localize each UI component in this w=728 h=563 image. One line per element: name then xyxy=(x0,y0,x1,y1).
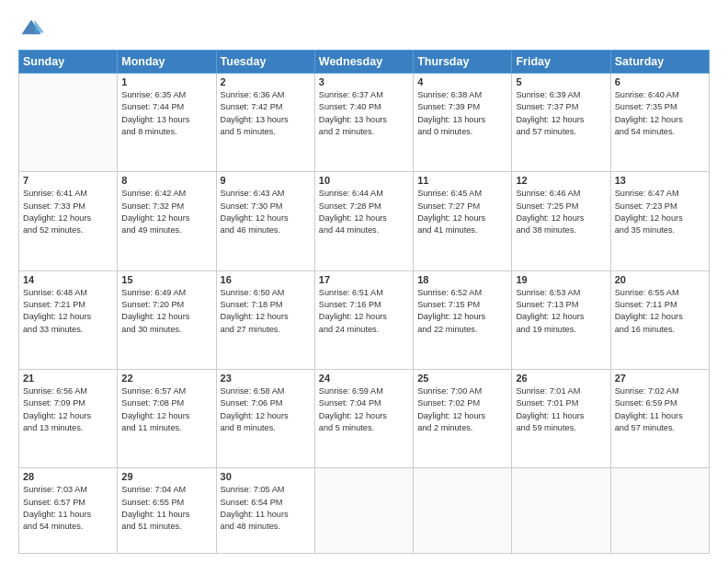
day-number: 7 xyxy=(23,175,113,186)
calendar-day-cell: 25Sunrise: 7:00 AMSunset: 7:02 PMDayligh… xyxy=(414,369,512,467)
calendar-day-cell: 26Sunrise: 7:01 AMSunset: 7:01 PMDayligh… xyxy=(512,369,610,467)
calendar-day-cell: 27Sunrise: 7:02 AMSunset: 6:59 PMDayligh… xyxy=(610,369,709,467)
calendar-day-cell: 30Sunrise: 7:05 AMSunset: 6:54 PMDayligh… xyxy=(216,468,314,554)
day-number: 5 xyxy=(516,76,606,87)
day-info: Sunrise: 7:00 AMSunset: 7:02 PMDaylight:… xyxy=(417,385,507,434)
day-number: 30 xyxy=(221,471,311,482)
day-info: Sunrise: 7:04 AMSunset: 6:55 PMDaylight:… xyxy=(121,484,211,533)
calendar-day-cell: 7Sunrise: 6:41 AMSunset: 7:33 PMDaylight… xyxy=(19,172,118,270)
day-info: Sunrise: 6:37 AMSunset: 7:40 PMDaylight:… xyxy=(319,89,409,138)
calendar-day-cell: 17Sunrise: 6:51 AMSunset: 7:16 PMDayligh… xyxy=(314,270,413,369)
calendar-day-cell: 4Sunrise: 6:38 AMSunset: 7:39 PMDaylight… xyxy=(414,74,512,172)
calendar-day-cell: 18Sunrise: 6:52 AMSunset: 7:15 PMDayligh… xyxy=(414,270,512,369)
day-number: 13 xyxy=(615,175,705,186)
calendar-day-cell: 21Sunrise: 6:56 AMSunset: 7:09 PMDayligh… xyxy=(19,369,118,467)
day-number: 11 xyxy=(417,175,507,186)
day-info: Sunrise: 7:03 AMSunset: 6:57 PMDaylight:… xyxy=(23,484,113,533)
day-number: 22 xyxy=(121,373,211,384)
day-info: Sunrise: 6:51 AMSunset: 7:16 PMDaylight:… xyxy=(319,287,409,336)
calendar-day-cell: 23Sunrise: 6:58 AMSunset: 7:06 PMDayligh… xyxy=(216,369,314,467)
calendar-header-monday: Monday xyxy=(118,51,216,74)
day-info: Sunrise: 6:48 AMSunset: 7:21 PMDaylight:… xyxy=(23,287,113,336)
calendar-day-cell: 2Sunrise: 6:36 AMSunset: 7:42 PMDaylight… xyxy=(216,74,314,172)
calendar-day-cell: 20Sunrise: 6:55 AMSunset: 7:11 PMDayligh… xyxy=(610,270,709,369)
calendar-day-cell xyxy=(314,468,413,554)
day-info: Sunrise: 6:52 AMSunset: 7:15 PMDaylight:… xyxy=(417,287,507,336)
calendar-header-friday: Friday xyxy=(512,51,610,74)
day-info: Sunrise: 6:47 AMSunset: 7:23 PMDaylight:… xyxy=(615,188,705,236)
calendar-day-cell xyxy=(610,468,709,554)
calendar-header-saturday: Saturday xyxy=(610,51,709,74)
day-number: 15 xyxy=(121,274,211,285)
day-info: Sunrise: 6:38 AMSunset: 7:39 PMDaylight:… xyxy=(417,89,507,138)
calendar-header-sunday: Sunday xyxy=(19,51,118,74)
day-number: 2 xyxy=(221,76,311,87)
day-info: Sunrise: 6:58 AMSunset: 7:06 PMDaylight:… xyxy=(221,385,311,434)
calendar-week-row: 14Sunrise: 6:48 AMSunset: 7:21 PMDayligh… xyxy=(19,270,710,369)
day-number: 8 xyxy=(121,175,211,186)
day-info: Sunrise: 6:40 AMSunset: 7:35 PMDaylight:… xyxy=(615,89,705,138)
calendar-header-thursday: Thursday xyxy=(414,51,512,74)
calendar-day-cell: 6Sunrise: 6:40 AMSunset: 7:35 PMDaylight… xyxy=(610,74,709,172)
day-number: 6 xyxy=(615,76,705,87)
calendar-week-row: 21Sunrise: 6:56 AMSunset: 7:09 PMDayligh… xyxy=(19,369,710,467)
calendar-day-cell: 16Sunrise: 6:50 AMSunset: 7:18 PMDayligh… xyxy=(216,270,314,369)
day-number: 19 xyxy=(516,274,606,285)
day-info: Sunrise: 6:39 AMSunset: 7:37 PMDaylight:… xyxy=(516,89,606,138)
calendar-header-row: SundayMondayTuesdayWednesdayThursdayFrid… xyxy=(19,51,710,74)
day-number: 24 xyxy=(319,373,409,384)
day-number: 4 xyxy=(417,76,507,87)
day-info: Sunrise: 6:56 AMSunset: 7:09 PMDaylight:… xyxy=(23,385,113,434)
calendar-day-cell xyxy=(512,468,610,554)
day-info: Sunrise: 6:43 AMSunset: 7:30 PMDaylight:… xyxy=(221,188,311,236)
day-number: 10 xyxy=(319,175,409,186)
header xyxy=(18,17,710,42)
day-info: Sunrise: 6:50 AMSunset: 7:18 PMDaylight:… xyxy=(221,287,311,336)
day-number: 20 xyxy=(615,274,705,285)
calendar-header-tuesday: Tuesday xyxy=(216,51,314,74)
calendar-table: SundayMondayTuesdayWednesdayThursdayFrid… xyxy=(18,50,710,554)
calendar-day-cell xyxy=(414,468,512,554)
calendar-day-cell: 12Sunrise: 6:46 AMSunset: 7:25 PMDayligh… xyxy=(512,172,610,270)
logo-icon xyxy=(18,17,44,42)
day-number: 1 xyxy=(121,76,211,87)
day-number: 14 xyxy=(23,274,113,285)
calendar-day-cell: 14Sunrise: 6:48 AMSunset: 7:21 PMDayligh… xyxy=(19,270,118,369)
calendar-week-row: 28Sunrise: 7:03 AMSunset: 6:57 PMDayligh… xyxy=(19,468,710,554)
page: SundayMondayTuesdayWednesdayThursdayFrid… xyxy=(0,0,728,563)
calendar-day-cell: 19Sunrise: 6:53 AMSunset: 7:13 PMDayligh… xyxy=(512,270,610,369)
day-info: Sunrise: 6:55 AMSunset: 7:11 PMDaylight:… xyxy=(615,287,705,336)
calendar-day-cell: 3Sunrise: 6:37 AMSunset: 7:40 PMDaylight… xyxy=(314,74,413,172)
calendar-day-cell: 15Sunrise: 6:49 AMSunset: 7:20 PMDayligh… xyxy=(118,270,216,369)
day-number: 29 xyxy=(121,471,211,482)
logo xyxy=(18,17,48,42)
day-number: 25 xyxy=(417,373,507,384)
calendar-day-cell: 24Sunrise: 6:59 AMSunset: 7:04 PMDayligh… xyxy=(314,369,413,467)
day-number: 12 xyxy=(516,175,606,186)
calendar-day-cell: 5Sunrise: 6:39 AMSunset: 7:37 PMDaylight… xyxy=(512,74,610,172)
day-number: 23 xyxy=(221,373,311,384)
day-number: 9 xyxy=(221,175,311,186)
day-number: 26 xyxy=(516,373,606,384)
calendar-week-row: 1Sunrise: 6:35 AMSunset: 7:44 PMDaylight… xyxy=(19,74,710,172)
day-info: Sunrise: 7:02 AMSunset: 6:59 PMDaylight:… xyxy=(615,385,705,434)
calendar-day-cell: 10Sunrise: 6:44 AMSunset: 7:28 PMDayligh… xyxy=(314,172,413,270)
day-info: Sunrise: 6:53 AMSunset: 7:13 PMDaylight:… xyxy=(516,287,606,336)
calendar-header-wednesday: Wednesday xyxy=(314,51,413,74)
day-info: Sunrise: 6:57 AMSunset: 7:08 PMDaylight:… xyxy=(121,385,211,434)
calendar-day-cell xyxy=(19,74,118,172)
day-info: Sunrise: 6:36 AMSunset: 7:42 PMDaylight:… xyxy=(221,89,311,138)
day-number: 27 xyxy=(615,373,705,384)
calendar-day-cell: 11Sunrise: 6:45 AMSunset: 7:27 PMDayligh… xyxy=(414,172,512,270)
calendar-day-cell: 22Sunrise: 6:57 AMSunset: 7:08 PMDayligh… xyxy=(118,369,216,467)
day-info: Sunrise: 6:59 AMSunset: 7:04 PMDaylight:… xyxy=(319,385,409,434)
day-info: Sunrise: 6:42 AMSunset: 7:32 PMDaylight:… xyxy=(121,188,211,236)
day-info: Sunrise: 6:44 AMSunset: 7:28 PMDaylight:… xyxy=(319,188,409,236)
day-number: 16 xyxy=(221,274,311,285)
calendar-day-cell: 9Sunrise: 6:43 AMSunset: 7:30 PMDaylight… xyxy=(216,172,314,270)
day-info: Sunrise: 7:05 AMSunset: 6:54 PMDaylight:… xyxy=(221,484,311,533)
calendar-day-cell: 29Sunrise: 7:04 AMSunset: 6:55 PMDayligh… xyxy=(118,468,216,554)
day-number: 21 xyxy=(23,373,113,384)
day-number: 3 xyxy=(319,76,409,87)
day-number: 17 xyxy=(319,274,409,285)
